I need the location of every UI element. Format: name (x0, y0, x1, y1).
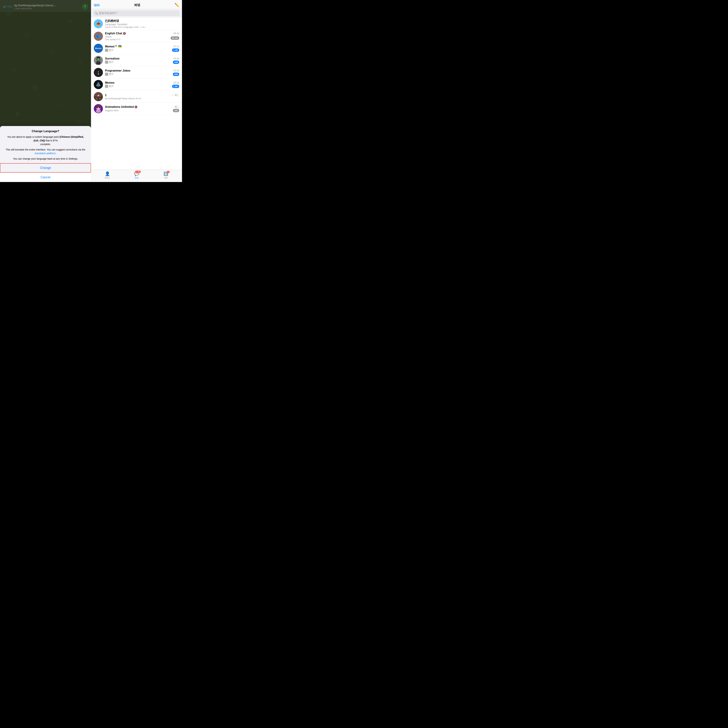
chat-avatar (94, 80, 103, 89)
chat-avatar: 👥 (94, 32, 103, 41)
chat-bottom: 图片 499 (105, 73, 179, 76)
archived-sub1: Language Translator (105, 23, 179, 26)
dialog-title: Change Language? (3, 130, 87, 133)
chat-content: Memes™ 🇺🇦 07:11 图片 1.4K (105, 45, 179, 52)
tab-contacts[interactable]: 👤 联系人 (105, 171, 110, 179)
dialog-body-line2: that is 87% (46, 139, 58, 142)
chat-list: 📥 已归档对话 Language Translator List is in t… (91, 17, 182, 170)
image-preview: 图片 (105, 73, 114, 76)
chat-row[interactable]: ☕ 1 ✓ 周二 tg://setlanguage?lang=classic-z… (91, 91, 182, 103)
chat-top: Animations Unlimited 🔇 周二 (105, 106, 179, 109)
chat-name: Memes (105, 81, 115, 84)
image-preview: 图片 (105, 85, 114, 88)
unread-badge: 499 (173, 73, 179, 76)
mute-icon: 🔇 (135, 106, 138, 108)
chat-content: Programmer Jokes 03:30 图片 499 (105, 69, 179, 76)
dialog-body-2: This will translate the entire interface… (3, 148, 87, 155)
chat-name: 1 (105, 93, 107, 97)
chat-bottom: 图片 1.4K (105, 49, 179, 52)
dialog-overlay: Change Language? You are about to apply … (0, 0, 91, 182)
read-check-icon: ✓ (172, 94, 174, 96)
dialog-body-line3: complete. (40, 143, 51, 145)
chat-time: 07:11 (173, 45, 179, 48)
chat-bottom: 图片 2.9K (105, 85, 179, 88)
chat-content: Memes 03:30 图片 2.9K (105, 81, 179, 88)
tab-contacts-label: 联系人 (105, 177, 110, 179)
chat-top: English Chat 🔇 09:43 (105, 32, 179, 35)
chat-bottom: Kagura Hino 181 (105, 109, 179, 112)
chat-bottom: Yesss Two names??? 42.1K (105, 35, 179, 41)
image-thumbnail (105, 85, 108, 88)
chat-row[interactable]: Animations Unlimited 🔇 周二 Kagura Hino 18… (91, 103, 182, 115)
tab-bar: 👤 联系人 💬 7.3K 对话 ⬇️ 5 设置 (91, 170, 182, 182)
avatar-cafe: ☕ (94, 92, 103, 101)
chat-avatar (94, 104, 103, 113)
svg-text:☕: ☕ (97, 94, 99, 96)
unread-badge: 446 (173, 61, 179, 64)
contacts-icon: 👤 (105, 171, 110, 176)
svg-rect-21 (96, 61, 101, 64)
dialog-body-line1: You are about to apply a custom language… (7, 135, 59, 138)
chat-top: Memes 03:30 (105, 81, 179, 84)
svg-rect-32 (94, 96, 103, 101)
search-placeholder: 搜索消息或用户 (99, 12, 117, 15)
chat-bottom: 图片 446 (105, 61, 179, 64)
svg-point-38 (96, 109, 101, 113)
chat-name: Memes™ 🇺🇦 (105, 45, 122, 48)
chat-content: Surrealism 04:30 图片 446 (105, 57, 179, 64)
dialog-body-3: You can change your language back at any… (3, 157, 87, 161)
chat-row[interactable]: ; Programmer Jokes 03:30 图片 499 (91, 66, 182, 79)
chat-row[interactable]: 👥 English Chat 🔇 09:43 Yesss Two names??… (91, 30, 182, 42)
chat-preview: tg://setlanguage?lang=classic-zh-cn (105, 97, 141, 100)
unread-badge: 2.9K (172, 85, 179, 88)
chat-preview: Kagura Hino (105, 109, 119, 112)
svg-point-33 (96, 98, 98, 100)
svg-text:;: ; (98, 70, 99, 75)
edit-button[interactable]: 编辑 (94, 3, 100, 7)
chat-name: Programmer Jokes (105, 69, 130, 72)
chat-row[interactable]: Memes 03:30 图片 2.9K (91, 79, 182, 91)
chat-name: Surrealism (105, 57, 119, 60)
avatar-memes-9gag (94, 80, 103, 89)
chat-time: 周二 (174, 106, 179, 109)
tab-chats[interactable]: 💬 7.3K 对话 (134, 171, 139, 179)
archived-row[interactable]: 📥 已归档对话 Language Translator List is in t… (91, 17, 182, 30)
chat-name: Animations Unlimited 🔇 (105, 106, 138, 109)
avatar-text: Memes (95, 47, 101, 49)
chat-top: 1 ✓ 周二 (105, 93, 179, 97)
search-bar[interactable]: 🔍 搜索消息或用户 (93, 10, 180, 16)
svg-point-34 (99, 98, 101, 100)
image-thumbnail (105, 73, 108, 76)
dialog-translate-text: This will translate the entire interface… (6, 148, 85, 151)
search-icon: 🔍 (95, 12, 98, 15)
chat-top: Programmer Jokes 03:30 (105, 69, 179, 72)
mute-icon: 🔇 (123, 32, 126, 35)
tab-settings-label: 设置 (164, 177, 168, 179)
svg-rect-30 (97, 86, 100, 87)
translation-platform-link[interactable]: translation platform (35, 152, 56, 155)
change-button[interactable]: Change (0, 163, 91, 173)
chat-content: Animations Unlimited 🔇 周二 Kagura Hino 18… (105, 106, 179, 112)
dialog-body: You are about to apply a custom language… (3, 135, 87, 146)
dialog-settings-text: You can change your language back at any… (13, 158, 78, 160)
chat-row[interactable]: Memes Memes™ 🇺🇦 07:11 图片 1.4K (91, 42, 182, 54)
image-thumbnail (105, 61, 108, 64)
dialog-period: . (56, 152, 57, 155)
chat-row[interactable]: Surrealism 04:30 图片 446 (91, 54, 182, 66)
chat-top: Memes™ 🇺🇦 07:11 (105, 45, 179, 48)
chats-header: 编辑 对话 ✏️ (91, 0, 182, 9)
chat-avatar: ; (94, 68, 103, 77)
chats-badge: 7.3K (135, 171, 141, 173)
avatar-surrealism (94, 56, 103, 65)
tab-chats-label: 对话 (135, 177, 138, 179)
compose-button[interactable]: ✏️ (174, 3, 179, 8)
chat-avatar: ☕ (94, 92, 103, 101)
tab-settings[interactable]: ⬇️ 5 设置 (164, 171, 168, 179)
archived-sub2: List is in the form Language code -> La.… (105, 26, 179, 28)
image-thumbnail (105, 49, 108, 52)
cancel-button[interactable]: Cancel (0, 173, 91, 182)
chat-preview: Yesss Two names??? (105, 35, 121, 41)
svg-rect-42 (96, 106, 97, 108)
chat-time: 03:30 (173, 69, 179, 72)
archived-title: 已归档对话 (105, 19, 179, 23)
